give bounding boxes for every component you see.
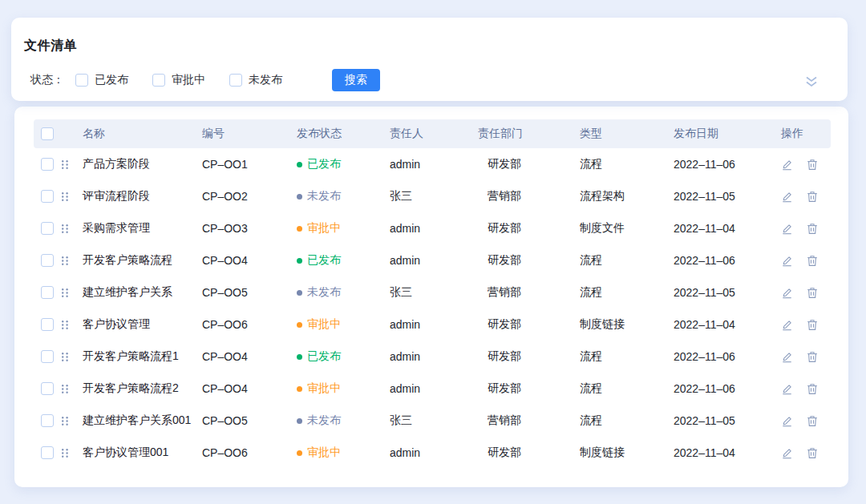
- delete-button[interactable]: [807, 415, 818, 427]
- column-header-code: 编号: [202, 127, 297, 141]
- table-header-row: 名称 编号 发布状态 责任人 责任部门 类型 发布日期 操作: [34, 119, 831, 148]
- delete-button[interactable]: [807, 287, 818, 299]
- doc-code: CP–OO4: [202, 350, 297, 363]
- delete-button[interactable]: [807, 191, 818, 203]
- drag-dots-icon: [61, 448, 69, 458]
- drag-handle[interactable]: [61, 224, 69, 234]
- approving-checkbox[interactable]: [152, 74, 165, 87]
- edit-button[interactable]: [781, 159, 793, 171]
- doc-name: 产品方案阶段: [83, 157, 202, 171]
- drag-handle[interactable]: [61, 320, 69, 330]
- drag-handle[interactable]: [61, 448, 69, 458]
- status-label: 未发布: [307, 285, 341, 300]
- doc-type: 流程: [580, 285, 674, 300]
- drag-dots-icon: [61, 416, 69, 426]
- delete-button[interactable]: [807, 159, 818, 171]
- row-checkbox[interactable]: [41, 222, 54, 235]
- row-checkbox[interactable]: [41, 190, 54, 203]
- filter-option-unpublished[interactable]: 未发布: [229, 73, 282, 87]
- doc-date: 2022–11–05: [674, 190, 781, 203]
- doc-dept: 研发部: [478, 157, 580, 171]
- row-checkbox[interactable]: [41, 254, 54, 267]
- document-table-card: 名称 编号 发布状态 责任人 责任部门 类型 发布日期 操作 产品方案阶段 CP…: [14, 107, 848, 487]
- status-dot-icon: [297, 194, 302, 200]
- status-label: 审批中: [307, 446, 341, 460]
- delete-button[interactable]: [807, 255, 818, 267]
- status-label: 审批中: [307, 317, 341, 332]
- status-badge: 已发布: [297, 349, 390, 364]
- edit-button[interactable]: [781, 351, 793, 363]
- row-checkbox[interactable]: [41, 350, 54, 363]
- doc-name: 评审流程阶段: [83, 189, 202, 204]
- status-dot-icon: [297, 226, 302, 232]
- drag-dots-icon: [61, 192, 69, 202]
- doc-code: CP–OO6: [202, 446, 297, 459]
- doc-name: 建立维护客户关系: [83, 285, 202, 300]
- edit-button[interactable]: [781, 319, 793, 331]
- doc-code: CP–OO1: [202, 158, 297, 171]
- status-label: 已发布: [307, 157, 341, 171]
- trash-icon: [807, 447, 818, 459]
- row-checkbox[interactable]: [41, 414, 54, 427]
- collapse-panel-toggle[interactable]: [804, 75, 819, 88]
- trash-icon: [807, 383, 818, 395]
- drag-handle[interactable]: [61, 384, 69, 394]
- edit-button[interactable]: [781, 447, 793, 459]
- drag-handle[interactable]: [61, 256, 69, 266]
- drag-handle[interactable]: [61, 416, 69, 426]
- doc-name: 开发客户策略流程2: [83, 381, 202, 396]
- row-checkbox[interactable]: [41, 286, 54, 299]
- status-label: 已发布: [307, 349, 341, 364]
- doc-dept: 研发部: [478, 221, 580, 236]
- trash-icon: [807, 415, 818, 427]
- doc-owner: admin: [390, 158, 478, 171]
- drag-handle[interactable]: [61, 192, 69, 202]
- row-checkbox[interactable]: [41, 382, 54, 395]
- row-checkbox[interactable]: [41, 318, 54, 331]
- status-label: 已发布: [307, 253, 341, 268]
- filter-option-published[interactable]: 已发布: [75, 73, 128, 87]
- status-dot-icon: [297, 386, 302, 392]
- filter-option-approving[interactable]: 审批中: [152, 73, 205, 87]
- unpublished-checkbox[interactable]: [229, 74, 242, 87]
- published-checkbox[interactable]: [75, 74, 88, 87]
- edit-button[interactable]: [781, 415, 793, 427]
- pencil-icon: [781, 191, 793, 203]
- edit-button[interactable]: [781, 255, 793, 267]
- edit-button[interactable]: [781, 191, 793, 203]
- status-badge: 未发布: [297, 285, 390, 300]
- search-button[interactable]: 搜索: [332, 69, 380, 91]
- doc-type: 制度链接: [580, 446, 674, 460]
- drag-dots-icon: [61, 224, 69, 234]
- table-row: 客户协议管理001 CP–OO6 审批中 admin 研发部 制度链接 2022…: [34, 437, 831, 469]
- drag-handle[interactable]: [61, 288, 69, 298]
- row-checkbox[interactable]: [41, 446, 54, 459]
- delete-button[interactable]: [807, 223, 818, 235]
- doc-name: 客户协议管理001: [83, 446, 202, 460]
- delete-button[interactable]: [807, 351, 818, 363]
- row-checkbox[interactable]: [41, 158, 54, 171]
- table-row: 开发客户策略流程1 CP–OO4 已发布 admin 研发部 流程 2022–1…: [34, 341, 831, 373]
- delete-button[interactable]: [807, 383, 818, 395]
- doc-dept: 研发部: [478, 349, 580, 364]
- doc-dept: 研发部: [478, 317, 580, 332]
- column-header-name: 名称: [83, 127, 202, 141]
- table-row: 开发客户策略流程 CP–OO4 已发布 admin 研发部 流程 2022–11…: [34, 244, 831, 276]
- status-dot-icon: [297, 450, 302, 456]
- edit-button[interactable]: [781, 287, 793, 299]
- doc-code: CP–OO5: [202, 286, 297, 299]
- select-all-checkbox[interactable]: [41, 127, 54, 140]
- edit-button[interactable]: [781, 223, 793, 235]
- drag-handle[interactable]: [61, 159, 69, 170]
- doc-type: 流程: [580, 253, 674, 268]
- status-badge: 审批中: [297, 221, 390, 236]
- doc-date: 2022–11–06: [674, 254, 781, 267]
- table-row: 建立维护客户关系 CP–OO5 未发布 张三 营销部 流程 2022–11–05: [34, 276, 831, 308]
- delete-button[interactable]: [807, 447, 818, 459]
- doc-code: CP–OO4: [202, 382, 297, 395]
- delete-button[interactable]: [807, 319, 818, 331]
- doc-dept: 营销部: [478, 413, 580, 428]
- edit-button[interactable]: [781, 383, 793, 395]
- drag-handle[interactable]: [61, 352, 69, 362]
- status-badge: 审批中: [297, 317, 390, 332]
